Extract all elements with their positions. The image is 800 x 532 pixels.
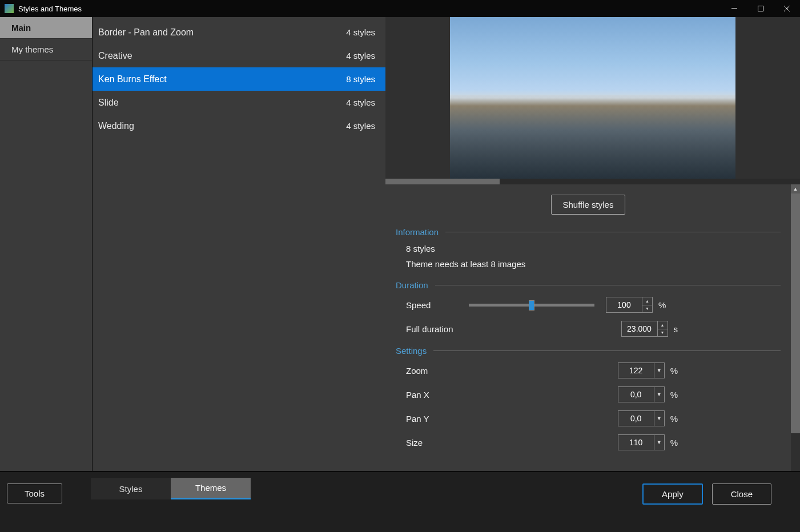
sidebar-item-label: Main [11, 23, 31, 33]
footer: Tools Styles Themes Apply Close [0, 471, 800, 532]
speed-slider-thumb[interactable] [529, 300, 534, 311]
theme-count: 4 styles [346, 51, 375, 61]
panx-unit: % [670, 390, 678, 400]
speed-unit: % [658, 300, 666, 310]
section-settings: Settings [396, 346, 781, 356]
theme-name: Slide [98, 98, 346, 108]
right-panel: ▲ Shuffle styles Information 8 styles Th… [385, 17, 800, 471]
panx-label: Pan X [406, 390, 469, 400]
spin-up-icon[interactable]: ▲ [658, 321, 668, 329]
divider [435, 285, 781, 285]
preview-image [450, 17, 735, 179]
full-duration-unit: s [674, 324, 678, 334]
info-styles-count: 8 styles [396, 244, 781, 253]
zoom-unit: % [670, 366, 678, 376]
theme-name: Ken Burns Effect [98, 74, 346, 84]
close-dialog-button[interactable]: Close [712, 483, 771, 505]
spin-up-icon[interactable]: ▲ [642, 297, 652, 305]
pany-input[interactable] [618, 411, 654, 426]
theme-name: Border - Pan and Zoom [98, 27, 346, 38]
panx-input[interactable] [618, 387, 654, 402]
maximize-button[interactable] [747, 0, 774, 17]
field-speed: Speed ▲▼ % [396, 297, 781, 313]
theme-list: Border - Pan and Zoom 4 styles Creative … [93, 17, 385, 471]
theme-row[interactable]: Wedding 4 styles [93, 114, 385, 138]
panx-dropdown[interactable]: ▼ [654, 387, 664, 402]
panx-input-box: ▼ [618, 386, 665, 402]
spin-down-icon[interactable]: ▼ [642, 305, 652, 313]
speed-label: Speed [406, 300, 469, 310]
properties-panel: ▲ Shuffle styles Information 8 styles Th… [385, 184, 800, 471]
sidebar-item-label: My themes [11, 45, 53, 54]
app-icon [5, 4, 14, 13]
preview-scroll-thumb[interactable] [385, 179, 500, 184]
minimize-button[interactable] [721, 0, 747, 17]
speed-input[interactable] [606, 297, 642, 312]
speed-input-box: ▲▼ [606, 297, 653, 313]
full-duration-spinner[interactable]: ▲▼ [657, 321, 668, 336]
shuffle-button[interactable]: Shuffle styles [551, 195, 626, 215]
tools-button[interactable]: Tools [7, 483, 62, 503]
size-unit: % [670, 438, 678, 448]
section-title: Duration [396, 280, 428, 290]
properties-scrollbar[interactable]: ▲ [791, 184, 800, 471]
properties-scroll-thumb[interactable] [791, 194, 800, 433]
theme-row[interactable]: Ken Burns Effect 8 styles [93, 67, 385, 91]
theme-name: Creative [98, 51, 346, 61]
section-title: Information [396, 227, 439, 237]
zoom-input[interactable] [618, 363, 654, 378]
tab-styles[interactable]: Styles [91, 478, 171, 499]
theme-count: 4 styles [346, 27, 375, 37]
sidebar-item-main[interactable]: Main [0, 17, 92, 39]
theme-row[interactable]: Slide 4 styles [93, 91, 385, 114]
window-controls [721, 0, 800, 17]
field-zoom: Zoom ▼ % [396, 362, 781, 378]
footer-actions: Apply Close [642, 483, 771, 505]
footer-tabs: Styles Themes [91, 478, 251, 499]
pany-dropdown[interactable]: ▼ [654, 411, 664, 426]
section-title: Settings [396, 346, 427, 356]
full-duration-input-box: ▲▼ [621, 321, 668, 337]
theme-count: 8 styles [346, 74, 375, 84]
pany-unit: % [670, 414, 678, 424]
sidebar: Main My themes [0, 17, 93, 471]
full-duration-input[interactable] [622, 321, 657, 336]
size-label: Size [406, 438, 469, 448]
info-min-images: Theme needs at least 8 images [396, 259, 781, 269]
speed-spinner[interactable]: ▲▼ [642, 297, 652, 312]
theme-row[interactable]: Creative 4 styles [93, 44, 385, 67]
theme-row[interactable]: Border - Pan and Zoom 4 styles [93, 21, 385, 44]
preview-area [385, 17, 800, 184]
sidebar-item-mythemes[interactable]: My themes [0, 39, 92, 61]
preview-scrollbar[interactable] [385, 179, 800, 184]
theme-count: 4 styles [346, 121, 375, 131]
theme-count: 4 styles [346, 98, 375, 107]
scroll-up-icon[interactable]: ▲ [791, 184, 800, 194]
main-area: Main My themes Border - Pan and Zoom 4 s… [0, 17, 800, 471]
window-title: Styles and Themes [18, 5, 721, 13]
zoom-dropdown[interactable]: ▼ [654, 363, 664, 378]
pany-label: Pan Y [406, 414, 469, 424]
zoom-label: Zoom [406, 366, 469, 376]
apply-button[interactable]: Apply [642, 483, 703, 505]
close-button[interactable] [774, 0, 800, 17]
tab-label: Themes [195, 483, 226, 493]
spin-down-icon[interactable]: ▼ [658, 329, 668, 337]
tab-label: Styles [119, 484, 143, 494]
field-panx: Pan X ▼ % [396, 386, 781, 402]
svg-rect-1 [758, 6, 763, 11]
tab-themes[interactable]: Themes [171, 478, 251, 499]
field-full-duration: Full duration ▲▼ s [396, 321, 781, 337]
size-input[interactable] [618, 435, 654, 450]
pany-input-box: ▼ [618, 410, 665, 426]
size-dropdown[interactable]: ▼ [654, 435, 664, 450]
divider [433, 350, 781, 351]
divider [445, 232, 781, 232]
speed-slider[interactable] [469, 304, 594, 307]
full-duration-label: Full duration [406, 324, 469, 334]
field-size: Size ▼ % [396, 434, 781, 450]
section-duration: Duration [396, 280, 781, 290]
theme-name: Wedding [98, 121, 346, 131]
zoom-input-box: ▼ [618, 362, 665, 378]
titlebar: Styles and Themes [0, 0, 800, 17]
